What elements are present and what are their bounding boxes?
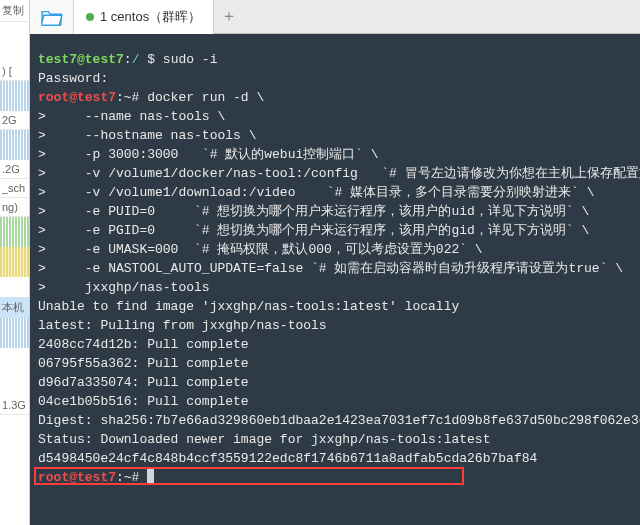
terminal-line: Digest: sha256:7b7e66ad329860eb1dbaa2e14… bbox=[38, 411, 632, 430]
mini-graph bbox=[0, 318, 29, 348]
terminal-line: root@test7:~# bbox=[38, 468, 632, 487]
band-bottom: 1.3G bbox=[0, 396, 29, 415]
terminal-text: > -e PGID=0 `# 想切换为哪个用户来运行程序，该用户的gid，详见下… bbox=[38, 223, 589, 238]
terminal-line: > --name nas-tools \ bbox=[38, 107, 632, 126]
terminal-text: root@test7 bbox=[38, 470, 116, 485]
sidebar-frag: ) [ bbox=[0, 62, 29, 81]
terminal-text: > -e NASTOOL_AUTO_UPDATE=false `# 如需在启动容… bbox=[38, 261, 623, 276]
terminal-line: > -e PUID=0 `# 想切换为哪个用户来运行程序，该用户的uid，详见下… bbox=[38, 202, 632, 221]
terminal-line: > jxxghp/nas-tools bbox=[38, 278, 632, 297]
cursor bbox=[147, 469, 154, 483]
terminal-text: > -e PUID=0 `# 想切换为哪个用户来运行程序，该用户的uid，详见下… bbox=[38, 204, 589, 219]
tab-bar: 1 centos（群晖） ＋ bbox=[30, 0, 640, 34]
terminal-text: :~# bbox=[116, 470, 147, 485]
terminal-text: Status: Downloaded newer image for jxxgh… bbox=[38, 432, 490, 447]
terminal-line: > -v /volume1/download:/video `# 媒体目录，多个… bbox=[38, 183, 632, 202]
terminal-text: > -v /volume1/download:/video `# 媒体目录，多个… bbox=[38, 185, 594, 200]
add-tab-button[interactable]: ＋ bbox=[214, 0, 244, 34]
left-sidebar: 复制 ) [ 2G .2G _sch ng) 本机 1.3G bbox=[0, 0, 30, 525]
copy-label: 复制 bbox=[0, 0, 29, 22]
terminal-text: $ sudo -i bbox=[139, 52, 217, 67]
terminal-text: > jxxghp/nas-tools bbox=[38, 280, 210, 295]
terminal-line: > -p 3000:3000 `# 默认的webui控制端口` \ bbox=[38, 145, 632, 164]
terminal-text: > -v /volume1/docker/nas-tool:/config `#… bbox=[38, 166, 640, 181]
terminal-line: > -v /volume1/docker/nas-tool:/config `#… bbox=[38, 164, 632, 183]
terminal-line: d5498450e24cf4c848b4ccf3559122edc8f1746b… bbox=[38, 449, 632, 468]
terminal-text: > -p 3000:3000 `# 默认的webui控制端口` \ bbox=[38, 147, 379, 162]
mini-graph bbox=[0, 130, 29, 160]
terminal-text: d5498450e24cf4c848b4ccf3559122edc8f1746b… bbox=[38, 451, 537, 466]
terminal-line: > -e UMASK=000 `# 掩码权限，默认000，可以考虑设置为022`… bbox=[38, 240, 632, 259]
terminal-text: :~# docker run -d \ bbox=[116, 90, 264, 105]
plus-icon: ＋ bbox=[221, 6, 237, 27]
terminal-line: 2408cc74d12b: Pull complete bbox=[38, 335, 632, 354]
terminal-text: 06795f55a362: Pull complete bbox=[38, 356, 249, 371]
terminal-line: 06795f55a362: Pull complete bbox=[38, 354, 632, 373]
sidebar-item-local[interactable]: 本机 bbox=[0, 297, 29, 318]
terminal-line: Password: bbox=[38, 69, 632, 88]
terminal-text: : bbox=[124, 52, 132, 67]
mini-graph bbox=[0, 247, 29, 277]
tab-label: 1 centos（群晖） bbox=[100, 8, 201, 26]
terminal-line: test7@test7:/ $ sudo -i bbox=[38, 50, 632, 69]
terminal-text: > --name nas-tools \ bbox=[38, 109, 225, 124]
terminal-line: > -e PGID=0 `# 想切换为哪个用户来运行程序，该用户的gid，详见下… bbox=[38, 221, 632, 240]
terminal-text: 04ce1b05b516: Pull complete bbox=[38, 394, 249, 409]
terminal-text: > -e UMASK=000 `# 掩码权限，默认000，可以考虑设置为022`… bbox=[38, 242, 483, 257]
terminal-text: Digest: sha256:7b7e66ad329860eb1dbaa2e14… bbox=[38, 413, 640, 428]
terminal-line: > --hostname nas-tools \ bbox=[38, 126, 632, 145]
terminal-text: Unable to find image 'jxxghp/nas-tools:l… bbox=[38, 299, 459, 314]
terminal-text: d96d7a335074: Pull complete bbox=[38, 375, 249, 390]
folder-open-icon bbox=[41, 8, 63, 26]
terminal-text: > --hostname nas-tools \ bbox=[38, 128, 256, 143]
folder-button[interactable] bbox=[30, 0, 74, 34]
terminal-output[interactable]: test7@test7:/ $ sudo -iPassword:root@tes… bbox=[30, 34, 640, 525]
terminal-line: latest: Pulling from jxxghp/nas-tools bbox=[38, 316, 632, 335]
status-dot-icon bbox=[86, 13, 94, 21]
mini-graph bbox=[0, 81, 29, 111]
terminal-line: Unable to find image 'jxxghp/nas-tools:l… bbox=[38, 297, 632, 316]
band-2g: 2G bbox=[0, 111, 29, 130]
terminal-text: 2408cc74d12b: Pull complete bbox=[38, 337, 249, 352]
tab-session-1[interactable]: 1 centos（群晖） bbox=[74, 0, 214, 34]
terminal-line: root@test7:~# docker run -d \ bbox=[38, 88, 632, 107]
terminal-text: root@test7 bbox=[38, 90, 116, 105]
sidebar-item-sch[interactable]: _sch bbox=[0, 179, 29, 198]
mini-graph bbox=[0, 217, 29, 247]
terminal-line: d96d7a335074: Pull complete bbox=[38, 373, 632, 392]
terminal-line: > -e NASTOOL_AUTO_UPDATE=false `# 如需在启动容… bbox=[38, 259, 632, 278]
terminal-line: Status: Downloaded newer image for jxxgh… bbox=[38, 430, 632, 449]
terminal-line: 04ce1b05b516: Pull complete bbox=[38, 392, 632, 411]
terminal-text: latest: Pulling from jxxghp/nas-tools bbox=[38, 318, 327, 333]
terminal-text: test7@test7 bbox=[38, 52, 124, 67]
band-2g-b: .2G bbox=[0, 160, 29, 179]
sidebar-item-ng[interactable]: ng) bbox=[0, 198, 29, 217]
terminal-text: Password: bbox=[38, 71, 108, 86]
